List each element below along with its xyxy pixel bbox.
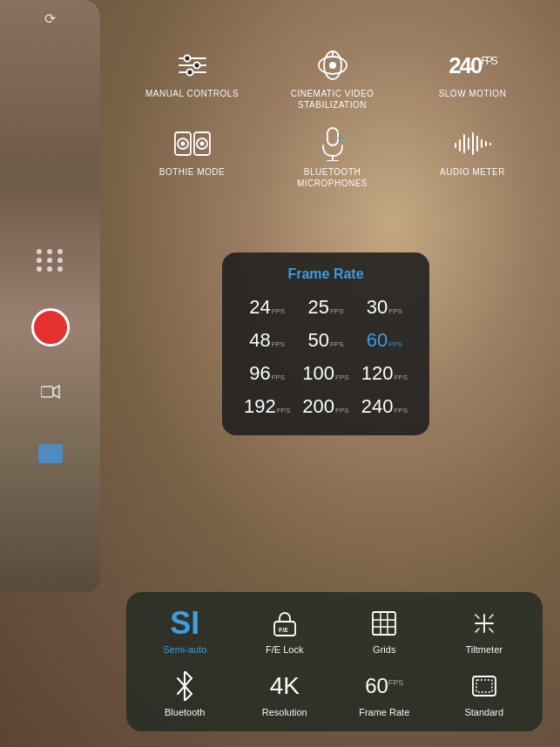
standard-label: Standard [464,707,503,717]
svg-rect-45 [476,680,492,692]
standard-item[interactable]: Standard [449,670,519,717]
slow-motion-label: SLOW MOTION [439,88,507,99]
fps-48-sup: FPS [272,341,286,348]
resolution-item[interactable]: 4K Resolution [250,670,320,717]
fps-200[interactable]: 200FPS [296,394,354,420]
bottom-row-2: Bluetooth 4K Resolution 60FPS Frame Rate [135,670,534,717]
svg-point-17 [199,142,204,146]
tiltmeter-item[interactable]: Tiltmeter [449,608,519,655]
features-area: MANUAL CONTROLS CINEMATIC VIDEO STABILIZ… [122,48,543,189]
features-row-2: BOTHIE MODE ✦ BLUETOOTH MICROPHONES [122,126,543,189]
features-row-1: MANUAL CONTROLS CINEMATIC VIDEO STABILIZ… [122,48,543,111]
si-icon: SI [170,608,199,639]
fps-240-value: 240 [361,395,394,418]
svg-marker-1 [53,386,59,398]
frame-rate-60-icon: 60FPS [365,670,403,702]
bottom-controls-panel: SI Semi-auto F/E F/E Lock [126,592,543,731]
feature-manual-controls[interactable]: MANUAL CONTROLS [145,48,240,99]
fps-25-value: 25 [307,296,328,319]
fps-50[interactable]: 50FPS [296,327,354,353]
fps-24-value: 24 [249,296,270,319]
fps-100[interactable]: 100FPS [296,360,354,387]
fe-lock-icon: F/E [271,608,299,639]
cinematic-label: CINEMATIC VIDEO STABILIZATION [285,88,381,111]
fps-24-sup: FPS [272,308,286,315]
phone-screen: ⟳ [0,0,100,592]
slow-motion-icon: 240FPS [449,48,496,83]
bluetooth-label: Bluetooth [165,707,205,717]
fps-120[interactable]: 120FPS [355,360,414,387]
frame-rate-grid: 24FPS 25FPS 30FPS 48FPS 50FPS 60FPS 96FP… [238,294,414,420]
svg-point-10 [329,62,336,69]
frame-rate-title: Frame Rate [238,266,414,282]
fps-192-sup: FPS [277,407,291,414]
bluetooth-mic-icon: ✦ [317,126,348,161]
svg-rect-33 [373,612,395,635]
bluetooth-mic-label: BLUETOOTH MICROPHONES [285,166,381,189]
bothie-label: BOTHIE MODE [159,166,226,178]
dual-camera-icon [174,126,211,161]
waveform-icon [454,126,492,161]
shutter-button[interactable] [31,308,70,347]
feature-bothie[interactable]: BOTHIE MODE [145,126,240,178]
svg-text:✦: ✦ [336,132,345,145]
fe-lock-label: F/E Lock [266,644,303,655]
feature-cinematic[interactable]: CINEMATIC VIDEO STABILIZATION [285,48,381,111]
fps-192-value: 192 [244,395,276,418]
feature-audio-meter[interactable]: AUDIO METER [425,126,521,178]
video-icon [41,385,60,401]
grid-dots-icon [37,249,64,272]
svg-point-14 [180,142,185,146]
frame-rate-label: Frame Rate [359,707,409,717]
fps-96[interactable]: 96FPS [238,360,296,387]
fps-200-sup: FPS [335,407,349,414]
fps-50-value: 50 [307,329,328,352]
refresh-icon: ⟳ [44,10,56,27]
fps-60-sup: FPS [388,341,402,348]
fps-96-value: 96 [249,362,270,385]
semi-auto-item[interactable]: SI Semi-auto [150,608,219,655]
grids-label: Grids [373,644,395,655]
resolution-label: Resolution [262,707,307,717]
svg-point-7 [186,70,192,76]
fps-240[interactable]: 240FPS [355,394,414,420]
svg-text:F/E: F/E [279,627,288,633]
fe-lock-item[interactable]: F/E F/E Lock [250,608,320,655]
240-fps-text: 240FPS [449,54,496,77]
fps-96-sup: FPS [272,374,286,381]
fps-48[interactable]: 48FPS [238,327,296,353]
fps-25[interactable]: 25FPS [296,294,354,320]
fps-240-sup: FPS [394,407,408,414]
audio-meter-label: AUDIO METER [440,166,505,178]
60fps-text: 60FPS [365,676,403,697]
resolution-4k-icon: 4K [270,670,300,702]
fps-192[interactable]: 192FPS [238,394,296,420]
folder-icon [38,444,63,463]
phone-sidebar: ⟳ [0,0,100,592]
fps-30-value: 30 [367,296,388,319]
semi-auto-label: Semi-auto [163,644,206,655]
fps-60[interactable]: 60FPS [355,327,414,353]
bluetooth-item[interactable]: Bluetooth [150,670,219,717]
fps-100-value: 100 [302,362,334,385]
grids-icon [370,608,398,639]
svg-point-5 [184,56,190,62]
fps-24[interactable]: 24FPS [238,294,296,320]
fps-30-sup: FPS [388,308,402,315]
feature-slow-motion[interactable]: 240FPS SLOW MOTION [425,48,521,99]
tiltmeter-icon [470,608,498,639]
fps-50-sup: FPS [330,341,344,348]
fps-60-value: 60 [367,329,388,352]
sliders-icon [176,48,209,83]
tiltmeter-label: Tiltmeter [466,644,503,655]
fps-48-value: 48 [249,329,270,352]
bluetooth-icon [172,670,197,702]
frame-rate-item[interactable]: 60FPS Frame Rate [349,670,419,717]
feature-bluetooth-mic[interactable]: ✦ BLUETOOTH MICROPHONES [285,126,381,189]
fps-30[interactable]: 30FPS [355,294,414,320]
grids-item[interactable]: Grids [349,608,419,655]
svg-point-6 [193,63,199,69]
svg-rect-0 [41,387,53,397]
fps-120-value: 120 [361,362,394,385]
bottom-row-1: SI Semi-auto F/E F/E Lock [135,608,534,655]
